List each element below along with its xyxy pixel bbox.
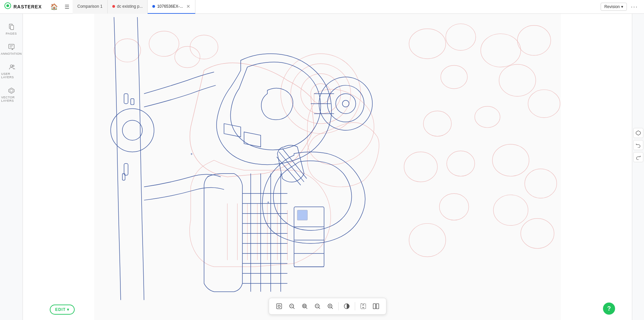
user-layers-icon <box>8 63 15 71</box>
left-sidebar: PAGES ANNOTATION USER LAYERS <box>0 14 23 320</box>
sidebar-item-vector-layers[interactable]: VECTOR LAYERS <box>0 83 23 106</box>
sidebar-item-label: VECTOR LAYERS <box>1 96 22 102</box>
chevron-down-icon: ▾ <box>621 4 623 9</box>
svg-rect-81 <box>303 305 305 307</box>
tab-label: 1076536EX-... <box>157 4 183 9</box>
tab-comparison1[interactable]: Comparison 1 <box>73 0 108 14</box>
sidebar-item-label: PAGES <box>6 32 17 35</box>
help-label: ? <box>607 305 611 312</box>
svg-rect-4 <box>8 44 14 49</box>
svg-point-8 <box>12 65 14 67</box>
svg-line-85 <box>318 308 320 309</box>
sidebar-item-label: USER LAYERS <box>1 72 22 79</box>
bottom-toolbar <box>269 298 386 315</box>
toolbar-divider-2 <box>355 302 355 310</box>
zoom-out2-button[interactable] <box>311 300 324 312</box>
compare-button[interactable] <box>370 300 382 312</box>
home-button[interactable]: 🏠 <box>47 3 61 10</box>
svg-marker-9 <box>8 88 14 94</box>
svg-text:+: + <box>191 152 192 156</box>
tab-label: dc existing p... <box>117 4 143 9</box>
topbar-right: Revision ▾ ··· <box>601 3 644 11</box>
svg-point-76 <box>278 305 280 308</box>
help-button[interactable]: ? <box>603 303 615 315</box>
logo-icon <box>4 2 11 11</box>
chevron-down-icon: ▾ <box>67 307 69 312</box>
svg-marker-10 <box>10 89 13 92</box>
tab-dot-red <box>112 5 115 8</box>
sidebar-item-pages[interactable]: PAGES <box>0 19 23 39</box>
zoom-out-button[interactable] <box>286 300 298 312</box>
tab-dot-blue <box>152 5 155 8</box>
svg-point-80 <box>302 304 306 308</box>
svg-text:+: + <box>267 201 269 204</box>
tab-label: Comparison 1 <box>77 4 103 9</box>
tab-list: Comparison 1 dc existing p... 1076536EX-… <box>73 0 195 14</box>
menu-button[interactable]: ☰ <box>61 4 73 10</box>
polygon-tool-button[interactable] <box>633 128 643 138</box>
svg-rect-92 <box>373 304 376 309</box>
zoom-rect-button[interactable] <box>299 300 311 312</box>
vector-layers-icon <box>8 87 15 94</box>
contrast-button[interactable] <box>341 300 353 312</box>
pages-icon <box>8 23 15 31</box>
revision-label: Revision <box>604 4 620 9</box>
zoom-fit-button[interactable] <box>273 300 285 312</box>
zoom-in-button[interactable] <box>324 300 336 312</box>
area-select-button[interactable] <box>357 300 369 312</box>
svg-point-7 <box>10 65 12 67</box>
svg-marker-94 <box>636 131 640 135</box>
tab-dc-existing[interactable]: dc existing p... <box>108 0 148 14</box>
blueprint-canvas: + + <box>23 14 632 320</box>
svg-line-89 <box>331 308 333 309</box>
svg-line-79 <box>293 308 294 309</box>
svg-rect-69 <box>297 210 307 220</box>
svg-rect-93 <box>376 304 379 309</box>
svg-rect-3 <box>10 25 13 30</box>
sidebar-item-user-layers[interactable]: USER LAYERS <box>0 59 23 83</box>
svg-point-1 <box>6 4 9 7</box>
topbar: RASTEREX 🏠 ☰ Comparison 1 dc existing p.… <box>0 0 644 14</box>
logo-text: RASTEREX <box>13 4 42 9</box>
tab-close-button[interactable]: ✕ <box>186 4 190 9</box>
annotation-icon <box>8 43 15 51</box>
svg-rect-11 <box>94 14 561 320</box>
sidebar-item-label: ANNOTATION <box>1 52 22 55</box>
toolbar-divider <box>338 302 339 310</box>
canvas-area[interactable]: + + EDIT ▾ <box>23 14 632 320</box>
more-options-button[interactable]: ··· <box>629 3 640 10</box>
main-area: PAGES ANNOTATION USER LAYERS <box>0 14 644 320</box>
right-tools-panel <box>632 14 644 320</box>
svg-rect-75 <box>276 304 281 309</box>
sidebar-item-annotation[interactable]: ANNOTATION <box>0 39 23 59</box>
edit-label: EDIT <box>55 307 66 312</box>
redo-button[interactable] <box>633 152 643 162</box>
undo-button[interactable] <box>633 140 643 150</box>
tab-1076536ex[interactable]: 1076536EX-... ✕ <box>148 0 195 14</box>
revision-button[interactable]: Revision ▾ <box>601 3 627 11</box>
edit-button[interactable]: EDIT ▾ <box>50 305 75 315</box>
logo: RASTEREX <box>0 2 47 11</box>
svg-line-82 <box>306 308 307 309</box>
